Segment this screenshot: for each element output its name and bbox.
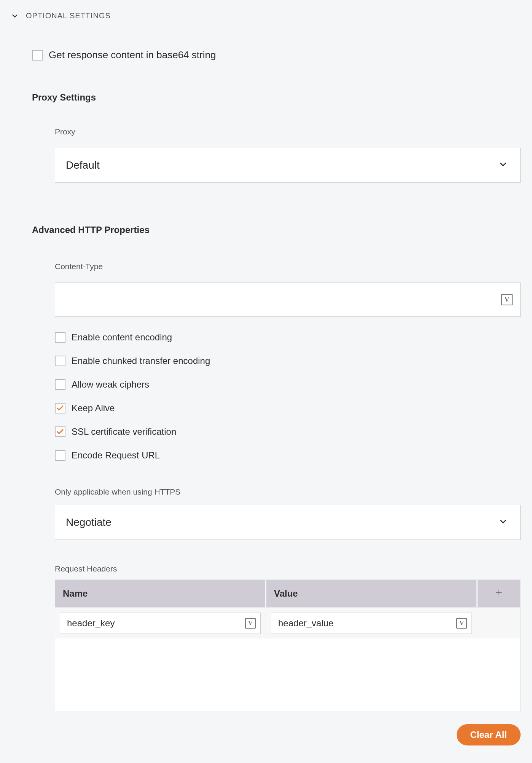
column-action-header <box>478 580 520 607</box>
clear-all-button[interactable]: Clear All <box>457 724 521 745</box>
request-headers-table: Name Value header_key V heade <box>55 579 521 711</box>
chevron-down-icon <box>498 160 508 171</box>
allow-weak-ciphers-row: Allow weak ciphers <box>55 379 521 390</box>
enable-chunked-checkbox[interactable] <box>55 356 65 366</box>
optional-settings-label: OPTIONAL SETTINGS <box>26 11 111 20</box>
column-value-header: Value <box>266 580 478 607</box>
content-type-input[interactable]: V <box>55 283 521 317</box>
enable-content-encoding-label: Enable content encoding <box>72 332 172 343</box>
advanced-http-heading: Advanced HTTP Properties <box>32 225 521 235</box>
encode-url-checkbox[interactable] <box>55 450 65 461</box>
variable-icon[interactable]: V <box>245 618 256 629</box>
encode-url-row: Encode Request URL <box>55 450 521 461</box>
https-select[interactable]: Negotiate <box>55 505 521 540</box>
plus-icon[interactable] <box>495 588 503 599</box>
request-headers-label: Request Headers <box>55 564 521 573</box>
ssl-verify-row: SSL certificate verification <box>55 426 521 437</box>
header-value-value: header_value <box>278 618 333 629</box>
base64-checkbox-row: Get response content in base64 string <box>32 49 521 61</box>
header-name-input[interactable]: header_key V <box>60 613 261 634</box>
content-type-label: Content-Type <box>55 262 521 271</box>
optional-settings-toggle[interactable]: OPTIONAL SETTINGS <box>11 11 521 20</box>
column-name-header: Name <box>55 580 266 607</box>
proxy-label: Proxy <box>55 127 521 136</box>
allow-weak-ciphers-checkbox[interactable] <box>55 379 65 390</box>
base64-checkbox-label: Get response content in base64 string <box>49 49 216 61</box>
allow-weak-ciphers-label: Allow weak ciphers <box>72 379 149 390</box>
ssl-verify-label: SSL certificate verification <box>72 426 176 437</box>
table-row: header_key V header_value V <box>55 607 520 638</box>
proxy-select-value: Default <box>66 159 100 171</box>
proxy-select[interactable]: Default <box>55 148 521 183</box>
chevron-down-icon <box>11 12 19 20</box>
keep-alive-row: Keep Alive <box>55 403 521 413</box>
header-name-value: header_key <box>67 618 115 629</box>
enable-content-encoding-row: Enable content encoding <box>55 332 521 343</box>
proxy-settings-heading: Proxy Settings <box>32 92 521 103</box>
table-header-row: Name Value <box>55 580 520 607</box>
header-value-input[interactable]: header_value V <box>271 613 472 634</box>
enable-content-encoding-checkbox[interactable] <box>55 332 65 343</box>
ssl-verify-checkbox[interactable] <box>55 426 65 437</box>
keep-alive-checkbox[interactable] <box>55 403 65 413</box>
table-empty-area <box>55 638 520 711</box>
https-note: Only applicable when using HTTPS <box>55 487 521 496</box>
variable-icon[interactable]: V <box>501 294 513 305</box>
chevron-down-icon <box>498 517 508 528</box>
keep-alive-label: Keep Alive <box>72 403 115 413</box>
https-select-value: Negotiate <box>66 516 111 528</box>
encode-url-label: Encode Request URL <box>72 450 160 461</box>
base64-checkbox[interactable] <box>32 50 43 61</box>
variable-icon[interactable]: V <box>456 618 467 629</box>
enable-chunked-row: Enable chunked transfer encoding <box>55 356 521 366</box>
enable-chunked-label: Enable chunked transfer encoding <box>72 356 210 366</box>
